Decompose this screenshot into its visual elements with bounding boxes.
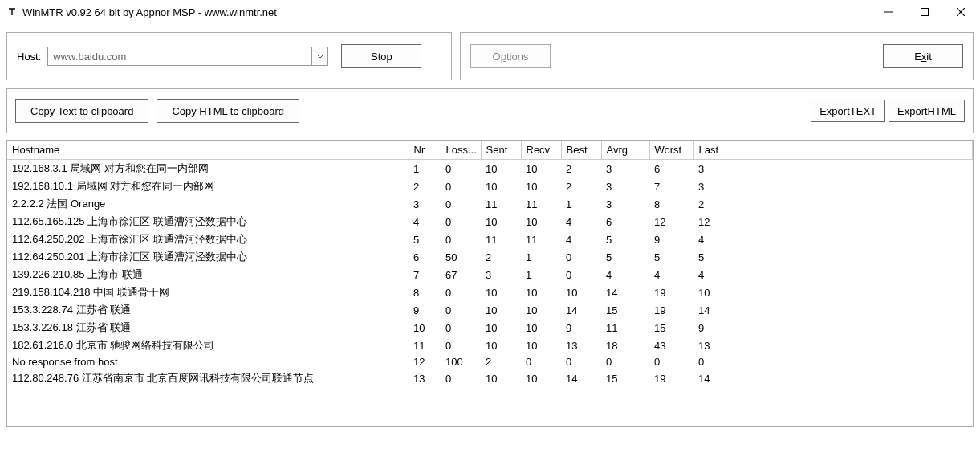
minimize-button[interactable] [870,0,906,24]
host-input[interactable] [48,47,311,65]
cell-nr: 2 [409,178,441,195]
chevron-down-icon[interactable] [311,47,327,65]
cell-sent: 2 [481,354,521,369]
svg-rect-1 [921,9,928,16]
cell-host: 139.226.210.85 上海市 联通 [7,266,409,284]
table-row[interactable]: 112.65.165.125 上海市徐汇区 联通漕河泾数据中心401010461… [7,213,973,231]
app-icon [6,6,18,18]
cell-loss: 0 [441,231,481,248]
cell-nr: 4 [409,213,441,231]
cell-best: 9 [561,319,601,337]
copy-html-button[interactable]: Copy HTML to clipboard [157,99,299,123]
cell-avrg: 6 [601,213,649,231]
host-combobox[interactable] [47,47,328,66]
cell-worst: 8 [649,195,693,213]
cell-loss: 0 [441,284,481,301]
table-row[interactable]: No response from host12100200000 [7,354,973,369]
cell-last: 14 [693,369,734,387]
cell-host: 112.64.250.201 上海市徐汇区 联通漕河泾数据中心 [7,248,409,266]
table-row[interactable]: 153.3.226.18 江苏省 联通1001010911159 [7,319,973,337]
cell-nr: 9 [409,301,441,319]
cell-sent: 10 [481,369,521,387]
cell-recv: 10 [521,178,561,195]
cell-recv: 10 [521,301,561,319]
table-row[interactable]: 182.61.216.0 北京市 驰骏网络科技有限公司1101010131843… [7,337,973,354]
table-row[interactable]: 153.3.228.74 江苏省 联通90101014151914 [7,301,973,319]
cell-worst: 19 [649,301,693,319]
cell-recv: 10 [521,160,561,178]
cell-worst: 19 [649,284,693,301]
cell-last: 13 [693,337,734,354]
cell-loss: 0 [441,301,481,319]
cell-best: 1 [561,195,601,213]
cell-worst: 4 [649,266,693,284]
table-row[interactable]: 139.226.210.85 上海市 联通767310444 [7,266,973,284]
cell-worst: 0 [649,354,693,369]
stop-button[interactable]: Stop [341,44,421,68]
cell-avrg: 5 [601,248,649,266]
cell-last: 5 [693,248,734,266]
options-panel: Options Exit [460,32,974,80]
maximize-button[interactable] [906,0,942,24]
table-row[interactable]: 2.2.2.2 法国 Orange3011111382 [7,195,973,213]
export-text-button[interactable]: Export TEXT [811,100,885,122]
table-body: 192.168.3.1 局域网 对方和您在同一内部网1010102363192.… [7,160,973,388]
table-row[interactable]: 112.64.250.201 上海市徐汇区 联通漕河泾数据中心650210555 [7,248,973,266]
cell-recv: 11 [521,231,561,248]
cell-sent: 10 [481,284,521,301]
table-row[interactable]: 192.168.10.1 局域网 对方和您在同一内部网2010102373 [7,178,973,195]
cell-best: 14 [561,369,601,387]
column-header[interactable]: Last [693,141,734,160]
cell-sent: 10 [481,319,521,337]
cell-worst: 19 [649,369,693,387]
toolbar-panel: Copy Text to clipboard Copy HTML to clip… [6,88,974,133]
column-header[interactable]: Nr [409,141,441,160]
host-label: Host: [17,51,41,63]
cell-host: 153.3.226.18 江苏省 联通 [7,319,409,337]
cell-avrg: 14 [601,284,649,301]
cell-loss: 0 [441,178,481,195]
column-header[interactable]: Avrg [601,141,649,160]
column-header[interactable]: Recv [521,141,561,160]
close-button[interactable] [942,0,978,24]
results-table-container: HostnameNrLoss...SentRecvBestAvrgWorstLa… [6,140,974,427]
cell-avrg: 0 [601,354,649,369]
cell-loss: 67 [441,266,481,284]
cell-best: 10 [561,284,601,301]
column-header[interactable]: Sent [481,141,521,160]
cell-recv: 10 [521,213,561,231]
cell-sent: 10 [481,301,521,319]
cell-best: 2 [561,160,601,178]
cell-nr: 12 [409,354,441,369]
cell-last: 12 [693,213,734,231]
cell-recv: 11 [521,195,561,213]
cell-loss: 0 [441,195,481,213]
column-header[interactable]: Best [561,141,601,160]
cell-sent: 3 [481,266,521,284]
cell-recv: 10 [521,284,561,301]
window-title: WinMTR v0.92 64 bit by Appnor MSP - www.… [22,6,870,18]
cell-host: 219.158.104.218 中国 联通骨干网 [7,284,409,301]
cell-sent: 11 [481,231,521,248]
cell-worst: 15 [649,319,693,337]
cell-recv: 0 [521,354,561,369]
cell-last: 9 [693,319,734,337]
cell-best: 4 [561,213,601,231]
cell-last: 3 [693,178,734,195]
export-html-button[interactable]: Export HTML [889,100,965,122]
column-header[interactable]: Hostname [7,141,409,160]
cell-last: 4 [693,266,734,284]
copy-text-button[interactable]: Copy Text to clipboard [15,99,148,123]
table-row[interactable]: 112.64.250.202 上海市徐汇区 联通漕河泾数据中心501111459… [7,231,973,248]
column-header[interactable]: Loss... [441,141,481,160]
cell-worst: 5 [649,248,693,266]
cell-recv: 10 [521,369,561,387]
cell-avrg: 3 [601,195,649,213]
exit-button[interactable]: Exit [883,44,963,68]
table-row[interactable]: 112.80.248.76 江苏省南京市 北京百度网讯科技有限公司联通节点130… [7,369,973,387]
cell-host: 112.65.165.125 上海市徐汇区 联通漕河泾数据中心 [7,213,409,231]
cell-host: 112.64.250.202 上海市徐汇区 联通漕河泾数据中心 [7,231,409,248]
column-header[interactable]: Worst [649,141,693,160]
table-row[interactable]: 192.168.3.1 局域网 对方和您在同一内部网1010102363 [7,160,973,178]
table-row[interactable]: 219.158.104.218 中国 联通骨干网80101010141910 [7,284,973,301]
